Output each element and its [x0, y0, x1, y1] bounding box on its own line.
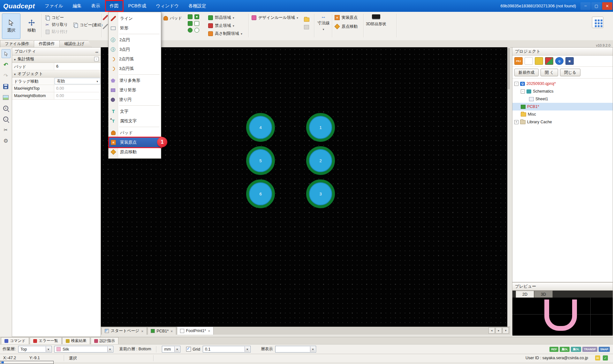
close-button[interactable]	[602, 2, 612, 10]
redo-icon[interactable]	[2, 72, 10, 80]
maximize-button[interactable]	[591, 2, 602, 10]
tab-search-results[interactable]: 検索結果	[62, 337, 90, 344]
vertical-scrollbar[interactable]	[507, 47, 510, 327]
scrollbar-thumb[interactable]	[508, 48, 510, 89]
menu-view[interactable]: 表示	[87, 0, 105, 12]
pcb-canvas[interactable]: 4 1 5 2 6 3	[101, 47, 507, 327]
copy-button[interactable]: コピー	[45, 14, 68, 21]
menu-item-rectangle[interactable]: 矩形	[109, 23, 161, 33]
save-icon[interactable]	[2, 82, 10, 91]
work-layer-select[interactable]: Top	[18, 346, 52, 353]
tree-item-project[interactable]: Q 20250930.qproj*	[512, 80, 613, 87]
menu-item-text[interactable]: 文字	[109, 107, 161, 116]
sync-ok-icon[interactable]: ✓	[603, 355, 608, 360]
menu-item-mount-origin[interactable]: 実装原点 1	[109, 138, 161, 147]
preview-viewport[interactable]	[512, 298, 613, 336]
area-style-icon[interactable]	[194, 21, 199, 26]
tree-item-sheet1[interactable]: Sheet1	[512, 95, 613, 103]
select-cursor-icon[interactable]	[2, 49, 11, 58]
area-style-icon[interactable]	[188, 14, 193, 19]
close-icon[interactable]	[170, 329, 173, 333]
pad-2[interactable]: 2	[306, 146, 335, 175]
max-height-bottom-value[interactable]: 0.00	[54, 92, 101, 99]
sheet-stack-icon[interactable]	[535, 57, 543, 65]
close-icon[interactable]	[141, 329, 144, 333]
ribbon-layout-button[interactable]	[592, 17, 603, 28]
origin-move-button[interactable]: 原点移動	[335, 23, 358, 30]
scissors-icon[interactable]	[2, 126, 10, 134]
unit-select[interactable]: mm	[162, 346, 180, 353]
menu-item-filled-polygon[interactable]: 塗り多角形	[109, 76, 161, 85]
menu-edit[interactable]: 編集	[68, 0, 87, 12]
tab-error-list[interactable]: エラー一覧	[30, 337, 62, 344]
minimize-button[interactable]	[580, 2, 591, 10]
menu-item-arc-2pt[interactable]: 2点円弧	[109, 54, 161, 64]
image-capture-icon[interactable]	[2, 93, 10, 102]
menu-item-attribute-text[interactable]: 属性文字	[109, 116, 161, 126]
menu-item-circle-3pt[interactable]: 3点円	[109, 45, 161, 54]
tab-footprint1[interactable]: FootPrint1*	[177, 327, 214, 335]
close-icon[interactable]	[208, 329, 210, 333]
area-style-icon[interactable]	[194, 14, 199, 19]
pad-1[interactable]: 1	[306, 113, 335, 142]
menu-file[interactable]: ファイル	[40, 0, 68, 12]
menu-item-filled-rectangle[interactable]: 塗り矩形	[109, 85, 161, 95]
keepout-area-button[interactable]: 禁止領域	[208, 22, 242, 29]
monitor-icon[interactable]: ▣	[565, 57, 574, 65]
database-icon[interactable]: Q	[555, 57, 564, 65]
area-style-icon[interactable]	[188, 21, 193, 26]
pad-count-value[interactable]: 6	[54, 63, 101, 70]
zoom-in-icon[interactable]: +	[2, 104, 10, 112]
project-file-icon[interactable]: PRJ	[514, 57, 523, 65]
notification-icon[interactable]: ✉	[595, 355, 600, 360]
tab-start-page[interactable]: スタートページ	[102, 327, 147, 335]
collapse-panel-icon[interactable]	[95, 49, 98, 54]
menu-item-pad[interactable]: パッド	[109, 128, 161, 138]
tree-collapse-icon[interactable]	[521, 89, 525, 94]
menu-item-filled-circle[interactable]: 塗り円	[109, 95, 161, 104]
pad-4[interactable]: 4	[246, 113, 275, 142]
close-project-button[interactable]: 閉じる	[560, 69, 580, 76]
mount-origin-button[interactable]: 実装原点	[335, 14, 358, 21]
tab-scroll-left-icon[interactable]: ◂	[488, 327, 495, 334]
menu-item-circle-2pt[interactable]: 2点円	[109, 35, 161, 45]
tree-item-library-cache[interactable]: Library Cache	[512, 118, 613, 126]
section-object[interactable]: オブジェクト	[12, 70, 101, 78]
menu-item-arc-3pt[interactable]: 3点円弧	[109, 64, 161, 73]
tab-file-ops[interactable]: ファイル操作	[0, 40, 36, 47]
height-limit-area-button[interactable]: 高さ制限領域	[208, 30, 242, 37]
zoom-out-icon[interactable]: −	[2, 115, 10, 123]
open-project-button[interactable]: 開 く	[541, 69, 558, 76]
dimension-button[interactable]: 寸法線	[316, 14, 331, 31]
attr-dl-toggle-button[interactable]: 属DL	[560, 347, 570, 352]
tab-scroll-right-icon[interactable]: ▸	[496, 327, 502, 334]
tab-pcb1[interactable]: PCB1*	[148, 327, 176, 335]
tree-item-pcb1[interactable]: PCB1*	[512, 103, 613, 110]
tab-draw-ops[interactable]: 作図操作	[34, 40, 62, 47]
silk-layer-select[interactable]: Silk	[54, 346, 113, 353]
rect-tool-icon[interactable]	[103, 24, 108, 29]
tab-3d[interactable]: 3D	[534, 291, 553, 298]
pad-5[interactable]: 5	[246, 146, 275, 175]
grid-checkbox[interactable]	[186, 347, 191, 352]
grid-size-select[interactable]: 0.1	[203, 346, 251, 353]
move-tool-button[interactable]: 移動	[22, 13, 41, 39]
transp-toggle-button[interactable]: TRANSP	[582, 347, 597, 352]
tab-list-icon[interactable]: ▾	[503, 327, 509, 334]
attr-ol-toggle-button[interactable]: 属OL	[571, 347, 581, 352]
shape-3d-button[interactable]: 3D部品形状	[366, 14, 386, 27]
tab-command[interactable]: コマンド	[1, 337, 29, 344]
line-tool-icon[interactable]	[103, 15, 108, 20]
menu-settings[interactable]: 各種設定	[184, 0, 211, 12]
tab-design-instructions[interactable]: 設計指示	[91, 337, 118, 344]
pad-3[interactable]: 3	[306, 179, 335, 208]
paste-button[interactable]: 貼り付け	[45, 28, 68, 35]
tree-expand-icon[interactable]	[514, 120, 518, 124]
tree-item-schematics[interactable]: Schematics	[512, 87, 613, 95]
ref-toggle-button[interactable]: REF	[549, 347, 558, 352]
new-project-button[interactable]: 新規作成	[514, 69, 539, 76]
drag-move-select[interactable]: 有効	[55, 78, 100, 84]
tree-item-misc[interactable]: Misc	[512, 110, 613, 118]
snap-toggle-button[interactable]: SNAP	[599, 347, 610, 352]
menu-item-line[interactable]: ライン	[109, 14, 161, 23]
